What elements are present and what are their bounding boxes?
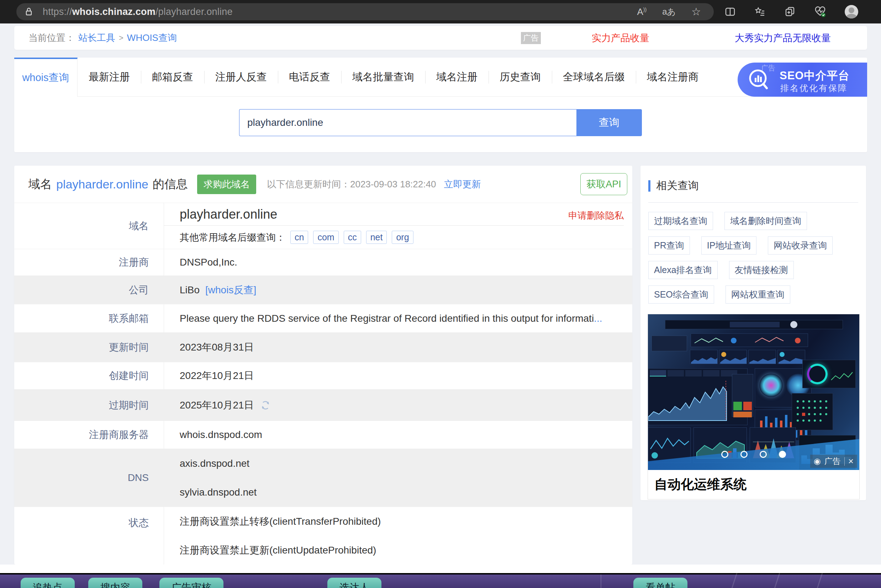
link-friend-links-check[interactable]: 友情链接检测 [729,261,794,279]
tab-newly-registered[interactable]: 最新注册 [78,58,141,96]
row-label: 创建时间 [14,362,164,389]
ad-caption[interactable]: 自动化运维系统 [648,470,859,499]
domain-info-card: 域名 playharder.online 的信息 求购此域名 以下信息更新时间：… [14,166,632,564]
domain-search-input[interactable] [239,109,576,136]
dns-value-2: sylvia.dnspod.net [164,478,632,507]
breadcrumb-link-tools[interactable]: 站长工具 [78,32,115,44]
dns-value-1: axis.dnspod.net [164,449,632,478]
footer-divider [601,574,601,588]
tab-whois-query[interactable]: whois查询 [14,58,78,97]
tab-phone-reverse[interactable]: 电话反查 [278,58,341,96]
seo-banner-title: SEO中介平台 [780,68,849,83]
refresh-now-link[interactable]: 立即更新 [444,178,481,190]
link-expired-domain[interactable]: 过期域名查询 [648,212,713,230]
ad-info-icon[interactable]: ◉ [814,456,821,466]
created-date-value: 2022年10月21日 [164,362,632,389]
link-alexa-rank[interactable]: Alexa排名查询 [648,261,718,279]
top-ad-link-blue[interactable]: 大秀实力产品无限收量 [735,32,831,45]
browser-essentials-icon[interactable] [814,6,826,18]
row-label: 联系邮箱 [14,304,164,332]
title-prefix: 域名 [29,176,52,192]
suffix-cc[interactable]: cc [344,231,361,244]
query-button[interactable]: 查询 [576,109,642,136]
footer-banner: 追热点 搜内容 广告审核 选达人 看单帖 [0,573,881,588]
tab-domain-register[interactable]: 域名注册 [425,58,489,96]
suffix-query-label: 其他常用域名后缀查询： [180,231,286,244]
carousel-dot-4[interactable] [779,451,786,458]
buy-domain-button[interactable]: 求购此域名 [197,174,256,194]
title-domain: playharder.online [56,177,148,191]
link-seo-overview[interactable]: SEO综合查询 [648,285,714,304]
link-pr-query[interactable]: PR查询 [648,236,690,255]
table-row-domain: 域名 playharder.online 申请删除隐私 其他常用域名后缀查询： … [14,202,632,249]
profile-avatar[interactable] [845,5,858,18]
table-row-updated-date: 更新时间 2023年08月31日 [14,332,632,362]
browser-toolbar: https://whois.chinaz.com/playharder.onli… [0,0,881,24]
ad-close-icon[interactable]: × [848,456,854,467]
split-screen-icon[interactable] [725,6,736,17]
tab-history-query[interactable]: 历史查询 [489,58,552,96]
get-api-button[interactable]: 获取API [580,173,627,195]
row-label: 公司 [14,276,164,304]
suffix-com[interactable]: com [313,231,338,244]
whois-toolbox-card: whois查询 最新注册 邮箱反查 注册人反查 电话反查 域名批量查询 域名注册… [14,58,867,152]
link-domain-delete-time[interactable]: 域名删除时间查询 [725,212,807,230]
whois-server-value: whois.dnspod.com [164,421,632,448]
suffix-net[interactable]: net [366,231,387,244]
tab-registrar[interactable]: 域名注册商 [636,58,710,96]
carousel-dot-1[interactable] [721,451,728,458]
tab-registrant-reverse[interactable]: 注册人反查 [204,58,278,96]
refresh-expiry-icon[interactable] [260,400,271,411]
suffix-cn[interactable]: cn [290,231,308,244]
carousel-dot-3[interactable] [760,451,767,458]
footer-button-view-posts[interactable]: 看单帖 [633,578,687,588]
carousel-dot-2[interactable] [740,451,747,458]
update-time-note: 以下信息更新时间：2023-09-03 18:22:40 [267,178,436,190]
breadcrumb-link-whois[interactable]: WHOIS查询 [127,32,177,44]
footer-streak [772,573,780,588]
whois-reverse-link[interactable]: [whois反查] [205,284,256,297]
footer-button-search-content[interactable]: 搜内容 [88,578,142,588]
domain-info-header: 域名 playharder.online 的信息 求购此域名 以下信息更新时间：… [14,166,632,202]
read-aloud-icon[interactable]: A)) [637,6,647,17]
collections-icon[interactable] [754,6,766,17]
footer-button-hot-topics[interactable]: 追热点 [21,578,75,588]
tab-email-reverse[interactable]: 邮箱反查 [141,58,204,96]
row-label: 注册商 [14,249,164,276]
footer-streak [815,573,823,588]
bottom-gap [0,564,881,573]
copy-add-icon[interactable] [784,6,795,17]
link-site-index-query[interactable]: 网站收录查询 [768,236,833,255]
tab-global-suffix[interactable]: 全球域名后缀 [552,58,636,96]
email-ellipsis-link[interactable]: ... [594,313,602,324]
footer-button-pick-influencer[interactable]: 选达人 [327,578,382,588]
row-label: 状态 [14,507,164,564]
table-row-registrar: 注册商 DNSPod,Inc. [14,249,632,276]
suffix-org[interactable]: org [392,231,413,244]
address-bar[interactable]: https://whois.chinaz.com/playharder.onli… [17,3,714,20]
ad-badge: 广告 [521,32,541,44]
privacy-removal-link[interactable]: 申请删除隐私 [568,209,624,222]
tab-batch-query[interactable]: 域名批量查询 [341,58,425,96]
table-row-expiry-date: 过期时间 2025年10月21日 [14,389,632,420]
translate-icon[interactable]: aあ [662,6,676,17]
breadcrumb-separator: > [119,33,123,43]
divider [844,457,845,466]
table-row-whois-server: 注册商服务器 whois.dnspod.com [14,420,632,448]
related-queries-title: 相关查询 [656,178,699,193]
row-label: 域名 [14,203,164,249]
row-label: DNS [14,449,164,507]
seo-magnifier-icon [747,68,771,92]
seo-banner-ad[interactable]: 广告 SEO中介平台 排名优化有保障 [738,63,867,97]
ad-overlay: ◉ 广告 × [810,454,857,468]
ad-overlay-badge: 广告 [824,456,841,467]
ad-dashboard-image[interactable]: ◉ 广告 × [648,314,859,470]
row-label: 更新时间 [14,333,164,362]
link-ip-query[interactable]: IP地址查询 [701,236,757,255]
link-site-weight[interactable]: 网站权重查询 [726,285,790,304]
top-ad-link-red[interactable]: 实力产品收量 [592,32,649,45]
favorite-star-icon[interactable]: ☆ [692,6,701,17]
table-row-company: 公司 LiBo [whois反查] [14,276,632,304]
footer-button-ad-review[interactable]: 广告审核 [159,578,224,588]
seo-banner-subtitle: 排名优化有保障 [780,82,848,94]
